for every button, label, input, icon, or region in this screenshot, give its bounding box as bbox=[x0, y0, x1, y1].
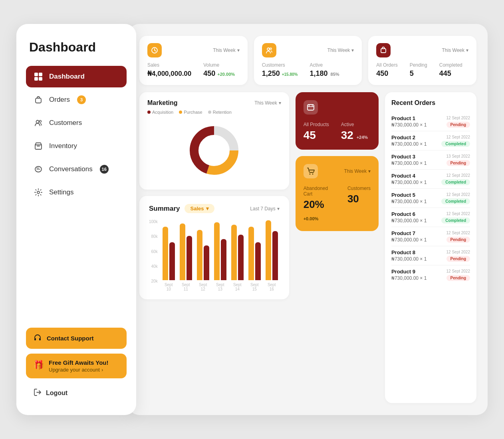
order-right: 12 Sept 2022Pending bbox=[446, 116, 470, 128]
order-amount: ₦730,000.00 × 1 bbox=[391, 199, 427, 204]
order-date: 12 Sept 2022 bbox=[446, 192, 470, 197]
order-right: 12 Sept 2022Completed bbox=[441, 212, 470, 223]
nav-item-conversations[interactable]: Conversations 16 bbox=[26, 158, 127, 180]
product-card: All Products 45 Active 32 +24% bbox=[296, 92, 379, 150]
order-info: Product 8₦730,000.00 × 1 bbox=[391, 249, 427, 262]
bar-x-label: Sept 11 bbox=[180, 283, 192, 291]
recent-orders-card: Recent Orders Product 1₦730,000.00 × 112… bbox=[385, 92, 476, 403]
svg-rect-3 bbox=[39, 77, 42, 81]
order-date: 13 Sept 2022 bbox=[446, 154, 470, 158]
svg-rect-1 bbox=[39, 73, 42, 76]
order-row[interactable]: Product 3₦730,000.00 × 113 Sept 2022Pend… bbox=[391, 150, 470, 170]
middle-column: All Products 45 Active 32 +24% bbox=[296, 92, 379, 403]
orders-week-selector[interactable]: This Week ▾ bbox=[442, 47, 468, 53]
order-right: 12 Sept 2022Completed bbox=[441, 173, 470, 185]
nav-item-dashboard[interactable]: Dashboard bbox=[26, 66, 127, 87]
orders-stat-card: This Week ▾ All Orders 450 Pending 5 Com… bbox=[368, 36, 476, 85]
bar-x-label: Sept 15 bbox=[248, 283, 261, 291]
svg-point-19 bbox=[200, 136, 228, 165]
bar-group: Sept 15 bbox=[248, 217, 261, 291]
all-orders-value: 450 bbox=[376, 69, 397, 78]
sales-label: Sales bbox=[147, 62, 191, 68]
svg-point-22 bbox=[312, 174, 313, 175]
summary-filter[interactable]: Sales ▾ bbox=[185, 204, 214, 213]
order-row[interactable]: Product 6₦730,000.00 × 112 Sept 2022Comp… bbox=[391, 208, 470, 227]
nav-item-orders[interactable]: Orders 3 bbox=[26, 89, 127, 111]
sales-stat-card: This Week ▾ Sales ₦4,000,000.00 Volume 4… bbox=[139, 36, 248, 85]
order-date: 12 Sept 2022 bbox=[446, 173, 470, 178]
order-row[interactable]: Product 5₦730,000.00 × 112 Sept 2022Comp… bbox=[391, 189, 470, 208]
marketing-week-selector[interactable]: This Week ▾ bbox=[254, 100, 281, 106]
order-right: 12 Sept 2022Completed bbox=[441, 135, 470, 147]
nav-item-settings[interactable]: Settings bbox=[26, 182, 127, 203]
abandoned-cart-value: 20% +0.00% bbox=[304, 198, 335, 223]
chart-wrapper: 100k 80k 60k 40k 20k Sept 10Sept 11Sept … bbox=[149, 220, 280, 291]
status-badge: Pending bbox=[446, 237, 470, 243]
all-products-value: 45 bbox=[304, 129, 329, 142]
conversations-badge: 16 bbox=[100, 165, 109, 174]
last7days-selector[interactable]: Last 7 Days ▾ bbox=[250, 206, 279, 212]
sales-week-selector[interactable]: This Week ▾ bbox=[213, 47, 239, 53]
pending-value: 5 bbox=[410, 69, 427, 78]
box-icon bbox=[33, 141, 44, 151]
nav-item-inventory[interactable]: Inventory bbox=[26, 135, 127, 157]
bar-x-label: Sept 16 bbox=[266, 283, 278, 291]
svg-rect-15 bbox=[381, 49, 386, 53]
bar-red bbox=[238, 235, 244, 280]
logout-label: Logout bbox=[46, 390, 67, 397]
bar-red bbox=[187, 236, 192, 280]
status-badge: Pending bbox=[446, 256, 470, 262]
cart-week-selector[interactable]: This Week ▾ bbox=[344, 168, 370, 174]
bar-pair bbox=[180, 217, 192, 280]
order-row[interactable]: Product 4₦730,000.00 × 112 Sept 2022Comp… bbox=[391, 170, 470, 189]
free-gift-button[interactable]: 🎁 Free Gift Awaits You! Upgrade your acc… bbox=[26, 354, 127, 378]
free-gift-title: Free Gift Awaits You! bbox=[49, 359, 108, 366]
order-name: Product 3 bbox=[391, 154, 427, 160]
order-date: 12 Sept 2022 bbox=[446, 269, 470, 273]
order-name: Product 2 bbox=[391, 134, 427, 140]
abandoned-cart-card: This Week ▾ Abandoned Cart 20% +0.00% bbox=[296, 156, 379, 231]
orders-card-icon bbox=[376, 43, 391, 57]
bar-group: Sept 11 bbox=[180, 217, 192, 291]
content-grid: Marketing This Week ▾ Acquisition Purcha… bbox=[139, 92, 476, 403]
order-info: Product 4₦730,000.00 × 1 bbox=[391, 173, 427, 185]
active-value: 1,180 85% bbox=[310, 69, 339, 78]
order-row[interactable]: Product 1₦730,000.00 × 112 Sept 2022Pend… bbox=[391, 112, 470, 131]
bar-group: Sept 12 bbox=[197, 217, 209, 291]
orders-badge: 3 bbox=[77, 95, 86, 104]
order-name: Product 7 bbox=[391, 230, 427, 236]
nav-label-customers: Customers bbox=[49, 119, 82, 127]
product-icon bbox=[304, 100, 318, 115]
bar-gold bbox=[248, 227, 254, 280]
contact-support-button[interactable]: Contact Support bbox=[26, 328, 127, 349]
marketing-card: Marketing This Week ▾ Acquisition Purcha… bbox=[139, 92, 289, 190]
order-amount: ₦730,000.00 × 1 bbox=[391, 160, 427, 166]
customers-week-selector[interactable]: This Week ▾ bbox=[327, 47, 354, 53]
all-orders-label: All Orders bbox=[376, 62, 397, 68]
order-date: 12 Sept 2022 bbox=[446, 231, 470, 235]
headphones-icon bbox=[33, 333, 42, 343]
bar-gold bbox=[197, 230, 202, 280]
order-row[interactable]: Product 9₦730,000.00 × 112 Sept 2022Pend… bbox=[391, 265, 470, 284]
logout-button[interactable]: Logout bbox=[26, 383, 127, 403]
order-info: Product 2₦730,000.00 × 1 bbox=[391, 134, 427, 147]
nav-item-customers[interactable]: Customers bbox=[26, 112, 127, 134]
order-row[interactable]: Product 8₦730,000.00 × 112 Sept 2022Pend… bbox=[391, 246, 470, 265]
order-row[interactable]: Product 2₦730,000.00 × 112 Sept 2022Comp… bbox=[391, 131, 470, 150]
nav-label-settings: Settings bbox=[49, 188, 73, 196]
customers-card-icon bbox=[262, 43, 276, 57]
nav-label-conversations: Conversations bbox=[49, 165, 93, 173]
order-row[interactable]: Product 7₦730,000.00 × 112 Sept 2022Pend… bbox=[391, 227, 470, 246]
nav-label-inventory: Inventory bbox=[49, 142, 77, 150]
order-info: Product 6₦730,000.00 × 1 bbox=[391, 211, 427, 223]
bar-x-label: Sept 10 bbox=[163, 283, 175, 291]
legend-purchase: Purchase bbox=[179, 110, 202, 115]
order-name: Product 8 bbox=[391, 249, 427, 255]
order-amount: ₦730,000.00 × 1 bbox=[391, 122, 427, 128]
status-badge: Completed bbox=[441, 218, 470, 223]
svg-point-9 bbox=[37, 191, 40, 194]
legend-retention: Retention bbox=[208, 110, 232, 115]
customers-stat-card: This Week ▾ Customers 1,250 +15.80% Acti… bbox=[254, 36, 362, 85]
recent-orders-title: Recent Orders bbox=[391, 99, 470, 107]
cart-icon bbox=[304, 164, 318, 178]
